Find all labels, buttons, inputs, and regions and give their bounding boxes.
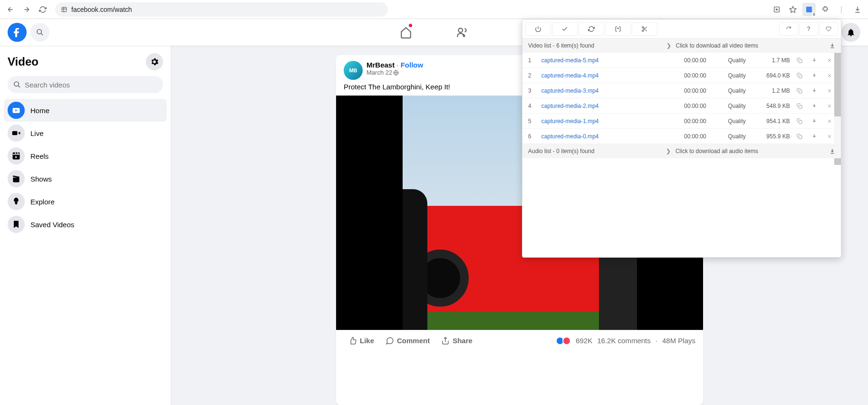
avatar[interactable]: MB xyxy=(344,61,363,80)
audio-items-list xyxy=(522,158,841,257)
scrollbar-track[interactable] xyxy=(834,53,841,144)
separator: · xyxy=(396,61,400,69)
item-duration: 00:00:00 xyxy=(669,57,706,64)
sidebar-item-live[interactable]: Live xyxy=(4,122,167,145)
scissors-button[interactable] xyxy=(632,22,657,36)
sidebar-item-label: Shows xyxy=(30,175,52,183)
tab-friends[interactable] xyxy=(436,19,488,46)
author-name[interactable]: MrBeast xyxy=(366,61,395,69)
chevron-right-icon: ❯ xyxy=(666,42,671,49)
item-filename[interactable]: captured-media-2.mp4 xyxy=(541,103,656,109)
item-filename[interactable]: captured-media-0.mp4 xyxy=(541,133,656,140)
svg-rect-7 xyxy=(12,131,18,135)
copy-button[interactable] xyxy=(797,58,805,63)
sidebar-item-home[interactable]: Home xyxy=(4,99,167,122)
follow-link[interactable]: Follow xyxy=(401,61,424,69)
svg-rect-15 xyxy=(799,105,802,108)
power-button[interactable] xyxy=(525,22,551,36)
comment-count[interactable]: 16.2K comments xyxy=(597,337,651,345)
extension-badge: 6 xyxy=(812,12,816,17)
item-quality: Quality xyxy=(713,72,746,79)
back-button[interactable] xyxy=(4,3,17,16)
svg-rect-16 xyxy=(799,120,802,124)
help-button[interactable]: ? xyxy=(799,22,818,36)
copy-button[interactable] xyxy=(797,73,805,78)
sidebar-search[interactable] xyxy=(8,76,163,93)
video-item-row: 5captured-media-1.mp400:00:00Quality954.… xyxy=(522,114,841,129)
item-size: 548.9 KB xyxy=(752,103,790,109)
reactions-icons[interactable] xyxy=(556,337,571,345)
download-button[interactable] xyxy=(811,103,820,109)
refresh-button[interactable] xyxy=(36,3,49,16)
audio-list-header: Audio list - 0 item(s) found ❯ Click to … xyxy=(522,144,841,158)
forward-button[interactable] xyxy=(20,3,33,16)
sidebar-item-label: Explore xyxy=(30,198,55,206)
url-text: facebook.com/watch xyxy=(71,6,132,13)
url-bar[interactable]: facebook.com/watch xyxy=(55,2,388,17)
tool-refresh-button[interactable] xyxy=(779,22,798,36)
bookmark-button[interactable] xyxy=(786,3,800,16)
download-all-videos-link[interactable]: Click to download all video items xyxy=(676,42,758,49)
item-filename[interactable]: captured-media-5.mp4 xyxy=(541,57,656,64)
header-search-button[interactable] xyxy=(30,23,49,42)
downloader-extension-panel: ? Video list - 6 item(s) found ❯ Click t… xyxy=(522,19,841,258)
settings-button[interactable] xyxy=(146,53,163,70)
item-duration: 00:00:00 xyxy=(669,87,706,94)
script-button[interactable] xyxy=(605,22,631,36)
item-size: 955.9 KB xyxy=(752,133,790,140)
sidebar-search-input[interactable] xyxy=(25,81,157,89)
download-button[interactable] xyxy=(811,58,820,63)
downloads-button[interactable] xyxy=(851,3,864,16)
copy-button[interactable] xyxy=(797,118,805,124)
facebook-logo[interactable] xyxy=(8,23,27,42)
scrollbar-thumb[interactable] xyxy=(834,53,841,116)
download-all-audio-button[interactable] xyxy=(829,148,835,154)
scrollbar-thumb[interactable] xyxy=(834,158,841,165)
video-list-header: Video list - 6 item(s) found ❯ Click to … xyxy=(522,39,841,53)
video-item-row: 3captured-media-3.mp400:00:00Quality1.2 … xyxy=(522,83,841,98)
sidebar-item-explore[interactable]: Explore xyxy=(4,190,167,213)
download-button[interactable] xyxy=(811,118,820,124)
item-size: 694.0 KB xyxy=(752,72,790,79)
item-duration: 00:00:00 xyxy=(669,103,706,109)
tab-home[interactable] xyxy=(380,19,432,46)
item-filename[interactable]: captured-media-3.mp4 xyxy=(541,87,656,94)
install-button[interactable] xyxy=(770,3,783,16)
comment-button[interactable]: Comment xyxy=(381,334,434,348)
copy-button[interactable] xyxy=(797,103,805,109)
video-item-row: 2captured-media-4.mp400:00:00Quality694.… xyxy=(522,68,841,83)
downloader-extension-button[interactable]: 6 xyxy=(802,3,816,16)
play-count[interactable]: 48M Plays xyxy=(662,337,695,345)
item-index: 4 xyxy=(528,103,535,109)
sidebar-item-saved[interactable]: Saved Videos xyxy=(4,213,167,236)
home-icon xyxy=(400,26,412,39)
favorite-button[interactable] xyxy=(819,22,838,36)
download-all-audio-link[interactable]: Click to download all audio items xyxy=(675,148,758,154)
svg-point-3 xyxy=(37,29,41,34)
reaction-count[interactable]: 692K xyxy=(576,337,592,345)
copy-button[interactable] xyxy=(797,134,805,139)
download-button[interactable] xyxy=(811,134,820,139)
like-button[interactable]: Like xyxy=(344,334,379,348)
share-button[interactable]: Share xyxy=(436,334,477,348)
download-all-button[interactable] xyxy=(829,43,835,48)
svg-point-11 xyxy=(642,29,644,31)
download-button[interactable] xyxy=(811,73,820,78)
sidebar-item-reels[interactable]: Reels xyxy=(4,145,167,167)
notifications-button[interactable] xyxy=(841,23,860,42)
item-filename[interactable]: captured-media-4.mp4 xyxy=(541,72,656,79)
video-item-row: 4captured-media-2.mp400:00:00Quality548.… xyxy=(522,98,841,114)
copy-button[interactable] xyxy=(797,88,805,94)
video-item-row: 6captured-media-0.mp400:00:00Quality955.… xyxy=(522,129,841,144)
svg-rect-2 xyxy=(806,7,812,12)
item-size: 1.7 MB xyxy=(752,57,790,64)
post-date[interactable]: March 22 xyxy=(366,69,392,76)
sidebar-item-shows[interactable]: Shows xyxy=(4,167,167,190)
extensions-button[interactable] xyxy=(819,3,832,16)
refresh-tool-button[interactable] xyxy=(579,22,604,36)
svg-rect-8 xyxy=(13,153,20,160)
bookmark-icon xyxy=(8,216,25,233)
download-button[interactable] xyxy=(811,88,820,94)
check-button[interactable] xyxy=(552,22,578,36)
item-filename[interactable]: captured-media-1.mp4 xyxy=(541,118,656,125)
